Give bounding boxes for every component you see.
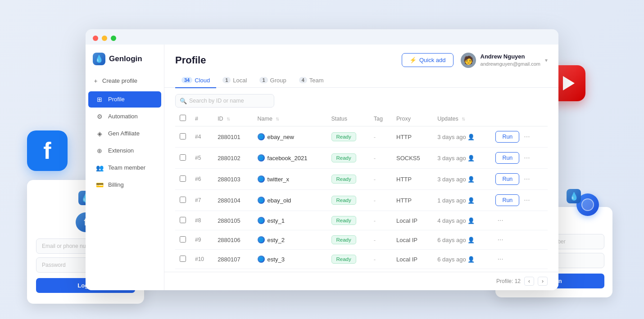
sidebar-item-gen-affiliate[interactable]: ◈ Gen Affiliate <box>88 126 161 142</box>
col-status: Status <box>327 111 369 126</box>
create-profile-label: Create profile <box>102 77 137 84</box>
logo-icon: 💧 <box>93 53 105 65</box>
row-actions-5: ··· <box>491 230 548 250</box>
run-button-2[interactable]: Run <box>495 173 519 185</box>
row-checkbox-1[interactable] <box>180 154 186 161</box>
row-updated-4: 4 days ago 👤 <box>433 211 491 230</box>
more-button-3[interactable]: ··· <box>522 195 531 205</box>
row-proxy-2: HTTP <box>392 169 433 190</box>
row-tag-4: - <box>369 211 392 230</box>
user-small-icon-0: 👤 <box>467 134 475 140</box>
row-checkbox-2[interactable] <box>180 175 186 182</box>
col-actions <box>491 111 548 126</box>
row-status-2: Ready <box>327 169 369 190</box>
more-button-4[interactable]: ··· <box>495 216 505 225</box>
run-button-0[interactable]: Run <box>495 131 519 143</box>
col-num: # <box>190 111 213 126</box>
profile-globe-2: 🌐 <box>258 175 265 183</box>
quick-add-button[interactable]: ⚡ Quick add <box>402 53 454 67</box>
row-checkbox-4[interactable] <box>180 217 186 223</box>
row-tag-5: - <box>369 230 392 250</box>
search-wrap: 🔍 <box>175 94 274 108</box>
tl-maximize[interactable] <box>111 36 116 41</box>
row-status-5: Ready <box>327 230 369 250</box>
table-row: #6 2880103 🌐 twitter_x Ready - HTTP 3 da… <box>175 169 548 190</box>
row-checkbox-6[interactable] <box>180 256 186 262</box>
sidebar-item-team-member[interactable]: 👥 Team member <box>88 160 161 176</box>
row-proxy-0: HTTP <box>392 126 433 148</box>
row-actions-2: Run ··· <box>491 169 548 190</box>
row-checkbox-0[interactable] <box>180 133 186 139</box>
tl-close[interactable] <box>93 36 98 41</box>
plus-icon: ＋ <box>93 77 99 85</box>
more-button-5[interactable]: ··· <box>495 235 505 245</box>
search-input[interactable] <box>175 94 274 108</box>
row-status-3: Ready <box>327 190 369 211</box>
more-button-0[interactable]: ··· <box>522 132 531 142</box>
table-row: #9 2880106 🌐 esty_2 Ready - Local IP 6 d… <box>175 230 548 250</box>
row-actions-6: ··· <box>491 250 548 269</box>
user-details: Andrew Nguyen andrewnguyen@gmail.com <box>481 53 540 67</box>
user-info[interactable]: 🧑 Andrew Nguyen andrewnguyen@gmail.com ▾ <box>461 53 548 68</box>
content-header: Profile ⚡ Quick add 🧑 Andrew Nguyen andr… <box>164 45 558 68</box>
row-num-1: #5 <box>190 148 213 169</box>
main-window: 💧 Genlogin ＋ Create profile ⊞ Profile ⚙ … <box>86 29 558 290</box>
row-name-3: 🌐 ebay_old <box>253 190 327 211</box>
app-logo: 💧 Genlogin <box>86 50 164 72</box>
sidebar-item-automation[interactable]: ⚙ Automation <box>88 108 161 125</box>
row-num-5: #9 <box>190 230 213 250</box>
col-updates: Updates ⇅ <box>433 111 491 126</box>
sidebar-item-billing[interactable]: 💳 Billing <box>88 177 161 193</box>
profile-globe-6: 🌐 <box>258 256 265 263</box>
more-button-6[interactable]: ··· <box>495 254 505 264</box>
create-profile-button[interactable]: ＋ Create profile <box>86 73 164 89</box>
extension-icon: ⊕ <box>95 147 104 155</box>
table-row: #5 2880102 🌐 facebook_2021 Ready - SOCKS… <box>175 148 548 169</box>
row-actions-1: Run ··· <box>491 148 548 169</box>
run-button-1[interactable]: Run <box>495 152 519 164</box>
billing-icon: 💳 <box>95 181 104 189</box>
user-email: andrewnguyen@gmail.com <box>481 61 540 67</box>
sidebar-item-label-automation: Automation <box>108 113 138 120</box>
sidebar-item-profile[interactable]: ⊞ Profile <box>88 91 161 108</box>
row-proxy-4: Local IP <box>392 211 433 230</box>
row-actions-3: Run ··· <box>491 190 548 211</box>
tab-local-badge: 1 <box>222 77 231 83</box>
logo-text: Genlogin <box>109 54 142 63</box>
tab-group-label: Group <box>270 77 286 84</box>
prev-page-button[interactable]: ‹ <box>524 277 534 286</box>
row-num-0: #4 <box>190 126 213 148</box>
more-button-1[interactable]: ··· <box>522 153 531 163</box>
row-checkbox-3[interactable] <box>180 197 186 203</box>
tab-group[interactable]: 1 Group <box>253 73 292 88</box>
sidebar-item-extension[interactable]: ⊕ Extension <box>88 143 161 159</box>
genlogin-badge-float: 💧 <box>567 189 581 203</box>
table-row: #7 2880104 🌐 ebay_old Ready - HTTP 1 day… <box>175 190 548 211</box>
next-page-button[interactable]: › <box>538 277 548 286</box>
run-button-3[interactable]: Run <box>495 194 519 206</box>
quick-add-icon: ⚡ <box>409 57 417 63</box>
table-footer: Profile: 12 ‹ › <box>164 272 558 290</box>
row-name-1: 🌐 facebook_2021 <box>253 148 327 169</box>
more-button-2[interactable]: ··· <box>522 174 531 184</box>
select-all-checkbox[interactable] <box>180 115 186 121</box>
tab-cloud[interactable]: 34 Cloud <box>175 73 216 88</box>
chevron-down-icon: ▾ <box>545 57 548 63</box>
row-name-2: 🌐 twitter_x <box>253 169 327 190</box>
row-name-5: 🌐 esty_2 <box>253 230 327 250</box>
team-member-icon: 👥 <box>95 164 104 172</box>
tab-local[interactable]: 1 Local <box>216 73 253 88</box>
row-id-3: 2880104 <box>213 190 253 211</box>
table-row: #8 2880105 🌐 esty_1 Ready - Local IP 4 d… <box>175 211 548 230</box>
page-title: Profile <box>175 54 206 66</box>
row-checkbox-5[interactable] <box>180 236 186 243</box>
user-small-icon-4: 👤 <box>467 217 475 224</box>
profile-icon: ⊞ <box>95 95 104 103</box>
row-name-6: 🌐 esty_3 <box>253 250 327 269</box>
tab-cloud-badge: 34 <box>181 77 192 83</box>
tl-minimize[interactable] <box>102 36 107 41</box>
profile-globe-4: 🌐 <box>258 217 265 224</box>
profile-globe-5: 🌐 <box>258 236 265 243</box>
row-tag-0: - <box>369 126 392 148</box>
tab-team[interactable]: 4 Team <box>293 73 330 88</box>
